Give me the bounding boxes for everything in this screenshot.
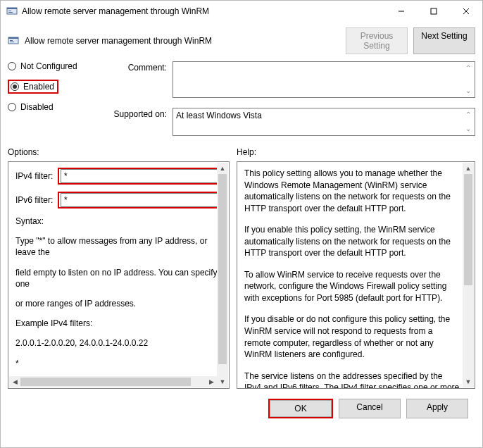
maximize-button[interactable] [418, 1, 450, 22]
help-label: Help: [237, 146, 475, 161]
ok-button[interactable]: OK [270, 400, 332, 417]
previous-setting-button: Previous Setting [346, 27, 408, 54]
close-button[interactable] [450, 1, 482, 22]
ipv6-filter-input[interactable] [61, 193, 219, 207]
options-text: or more ranges of IP addresses. [15, 298, 222, 309]
dialog-buttons: OK Cancel Apply [8, 392, 475, 425]
help-text: To allow WinRM service to receive reques… [244, 269, 460, 304]
ipv6-filter-label: IPv6 filter: [15, 195, 58, 205]
not-configured-radio[interactable]: Not Configured [8, 61, 106, 71]
syntax-label: Syntax: [15, 216, 222, 227]
next-setting-button[interactable]: Next Setting [413, 27, 475, 54]
scroll-up-icon[interactable]: ▲ [463, 163, 474, 174]
supported-on-value: At least Windows Vista [176, 111, 262, 120]
app-icon [6, 6, 18, 17]
example-label: Example IPv4 filters: [15, 318, 222, 329]
policy-title: Allow remote server management through W… [25, 36, 346, 46]
options-label: Options: [8, 146, 230, 161]
svg-rect-2 [8, 11, 11, 11]
svg-rect-10 [10, 40, 13, 41]
scroll-right-icon[interactable]: ▶ [206, 376, 217, 387]
options-text: field empty to listen on no IP address. … [15, 267, 222, 290]
help-text: The service listens on the addresses spe… [244, 371, 460, 389]
ipv4-filter-input[interactable] [61, 169, 219, 183]
svg-rect-1 [7, 8, 17, 9]
scroll-down-icon[interactable]: ⌄ [463, 86, 473, 96]
scroll-down-icon[interactable]: ▼ [217, 376, 228, 387]
help-vertical-scrollbar[interactable]: ▲ ▼ [463, 163, 474, 387]
minimize-button[interactable] [385, 1, 418, 22]
example-star: * [15, 358, 222, 369]
state-radio-group: Not Configured Enabled Disabled [8, 61, 106, 146]
comment-label: Comment: [106, 61, 172, 98]
options-vertical-scrollbar[interactable]: ▲ ▼ [217, 163, 228, 387]
policy-icon [8, 35, 19, 46]
scroll-up-icon[interactable]: ▲ [217, 163, 228, 174]
scroll-down-icon[interactable]: ⌄ [463, 124, 473, 134]
help-panel: This policy setting allows you to manage… [237, 161, 475, 389]
options-panel: IPv4 filter: IPv6 filter: Syntax: Type "… [8, 161, 230, 389]
radio-icon [8, 62, 16, 70]
radio-label: Not Configured [20, 61, 77, 71]
ipv4-filter-label: IPv4 filter: [15, 171, 58, 181]
supported-on-label: Supported on: [106, 108, 172, 136]
options-text: Type "*" to allow messages from any IP a… [15, 235, 222, 258]
enabled-radio[interactable]: Enabled [8, 80, 106, 94]
radio-label: Enabled [23, 82, 54, 92]
apply-button[interactable]: Apply [406, 399, 468, 418]
radio-icon [8, 103, 16, 111]
options-horizontal-scrollbar[interactable]: ◀ ▶ [9, 376, 217, 387]
help-text: This policy setting allows you to manage… [244, 168, 460, 214]
scroll-left-icon[interactable]: ◀ [9, 376, 20, 387]
svg-rect-5 [431, 8, 437, 14]
scroll-up-icon[interactable]: ⌃ [463, 63, 473, 73]
title-bar: Allow remote server management through W… [1, 1, 482, 22]
supported-on-field: At least Windows Vista ⌃ ⌄ [172, 108, 475, 136]
cancel-button[interactable]: Cancel [339, 399, 401, 418]
radio-icon [11, 82, 19, 91]
scroll-down-icon[interactable]: ▼ [463, 376, 474, 387]
svg-rect-3 [8, 12, 13, 13]
disabled-radio[interactable]: Disabled [8, 102, 106, 112]
svg-rect-9 [8, 37, 18, 39]
example-value: 2.0.0.1-2.0.0.20, 24.0.0.1-24.0.0.22 [15, 337, 222, 349]
svg-rect-11 [10, 42, 14, 42]
scroll-up-icon[interactable]: ⌃ [463, 110, 473, 120]
window-title: Allow remote server management through W… [22, 6, 385, 16]
radio-label: Disabled [20, 102, 54, 112]
help-text: If you enable this policy setting, the W… [244, 224, 460, 259]
comment-textarea[interactable]: ⌃ ⌄ [172, 61, 475, 98]
help-text: If you disable or do not configure this … [244, 313, 460, 360]
policy-header: Allow remote server management through W… [8, 27, 475, 54]
